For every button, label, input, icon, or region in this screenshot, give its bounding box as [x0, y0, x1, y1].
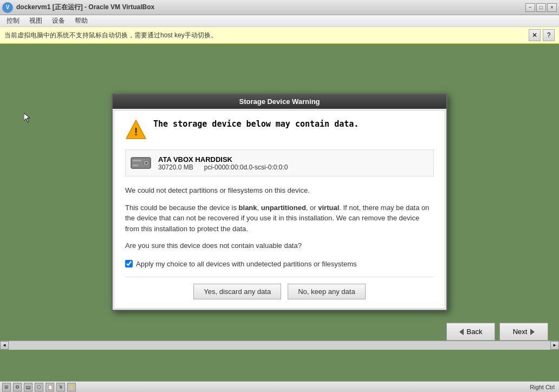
- menu-control[interactable]: 控制: [2, 15, 24, 27]
- apply-all-checkbox[interactable]: [125, 260, 133, 267]
- back-button[interactable]: Back: [446, 323, 495, 341]
- status-icon-2: ⚙: [13, 383, 22, 391]
- main-content: Storage Device Warning ! The storage dev…: [0, 44, 559, 360]
- back-arrow-icon: [459, 329, 464, 335]
- title-bar: V dockervm1 [正在运行] - Oracle VM VirtualBo…: [0, 0, 559, 15]
- status-icon-3: 🖴: [24, 383, 32, 391]
- dialog-text-1: We could not detect partitions or filesy…: [125, 185, 434, 196]
- dialog-text-2: This could be because the device is blan…: [125, 202, 434, 234]
- mouse-cursor: [24, 113, 30, 123]
- status-icon-6: 🖱: [56, 383, 65, 391]
- notification-help-button[interactable]: ?: [543, 29, 555, 41]
- text2-bold3: virtual: [318, 204, 339, 212]
- device-path: pci-0000:00:0d.0-scsi-0:0:0:0: [204, 164, 288, 171]
- checkbox-row: Apply my choice to all devices with unde…: [125, 260, 434, 268]
- status-bar: ⊞ ⚙ 🖴 ⬡ 📋 🖱 ⚡ Right Ctrl: [0, 381, 559, 392]
- device-details: ATA VBOX HARDDISK 30720.0 MB pci-0000:00…: [158, 155, 288, 171]
- storage-warning-dialog: Storage Device Warning ! The storage dev…: [112, 93, 447, 311]
- notification-dismiss-button[interactable]: ✕: [529, 29, 541, 41]
- menu-devices[interactable]: 设备: [48, 15, 69, 27]
- device-size: 30720.0 MB: [158, 164, 193, 171]
- notification-bar: 当前虚拟电脑中的系统不支持鼠标自动切换，需要通过host key手动切换。 ✕ …: [0, 27, 559, 44]
- warning-icon: !: [125, 119, 147, 141]
- scroll-left-button[interactable]: ◄: [0, 341, 9, 350]
- scroll-right-button[interactable]: ►: [550, 341, 559, 350]
- dialog-button-row: Yes, discard any data No, keep any data: [125, 277, 434, 299]
- status-icon-5: 📋: [46, 383, 54, 391]
- text2-pre: This could be because the device is: [125, 204, 239, 212]
- notification-text: 当前虚拟电脑中的系统不支持鼠标自动切换，需要通过host key手动切换。: [4, 31, 217, 40]
- window-controls: − □ ×: [525, 3, 557, 12]
- next-arrow-icon: [530, 329, 535, 335]
- svg-rect-8: [133, 165, 138, 166]
- window-title: dockervm1 [正在运行] - Oracle VM VirtualBox: [16, 3, 154, 12]
- dialog-text-3: Are you sure this device does not contai…: [125, 240, 434, 251]
- scroll-track[interactable]: [9, 341, 550, 350]
- svg-point-6: [145, 162, 147, 164]
- dialog-body: ! The storage device below may contain d…: [114, 110, 445, 309]
- checkbox-label: Apply my choice to all devices with unde…: [136, 260, 357, 268]
- svg-text:!: !: [134, 126, 138, 138]
- notification-icons: ✕ ?: [529, 29, 555, 41]
- next-label: Next: [513, 328, 528, 336]
- next-button[interactable]: Next: [499, 323, 548, 341]
- status-right-text: Right Ctrl: [530, 384, 557, 390]
- yes-discard-button[interactable]: Yes, discard any data: [193, 284, 281, 299]
- text2-mid2: , or: [306, 204, 318, 212]
- back-label: Back: [467, 328, 483, 336]
- menu-help[interactable]: 帮助: [70, 15, 92, 27]
- virtualbox-icon: V: [2, 2, 13, 13]
- harddisk-icon: [130, 154, 152, 172]
- device-specs: 30720.0 MB pci-0000:00:0d.0-scsi-0:0:0:0: [158, 164, 288, 171]
- close-button[interactable]: ×: [547, 3, 557, 12]
- no-keep-button[interactable]: No, keep any data: [288, 284, 366, 299]
- minimize-button[interactable]: −: [525, 3, 535, 12]
- bottom-navigation: Back Next: [446, 323, 548, 341]
- device-name: ATA VBOX HARDDISK: [158, 155, 288, 164]
- restore-button[interactable]: □: [536, 3, 546, 12]
- text2-bold2: unpartitioned: [261, 204, 306, 212]
- text2-bold1: blank: [239, 204, 257, 212]
- dialog-title: Storage Device Warning: [113, 94, 446, 109]
- menu-view[interactable]: 视图: [25, 15, 47, 27]
- status-icon-4: ⬡: [35, 383, 43, 391]
- device-info: ATA VBOX HARDDISK 30720.0 MB pci-0000:00…: [125, 149, 434, 177]
- svg-rect-7: [133, 160, 141, 161]
- status-icon-7: ⚡: [67, 383, 76, 391]
- status-left-icons: ⊞ ⚙ 🖴 ⬡ 📋 🖱 ⚡: [2, 383, 76, 391]
- status-icon-1: ⊞: [2, 383, 11, 391]
- title-bar-left: V dockervm1 [正在运行] - Oracle VM VirtualBo…: [2, 2, 154, 13]
- text2-mid1: ,: [257, 204, 261, 212]
- dialog-heading: The storage device below may contain dat…: [153, 119, 359, 129]
- dialog-header: ! The storage device below may contain d…: [125, 119, 434, 141]
- horizontal-scrollbar[interactable]: ◄ ►: [0, 341, 559, 349]
- svg-marker-0: [24, 113, 30, 122]
- menu-bar: 控制 视图 设备 帮助: [0, 15, 559, 27]
